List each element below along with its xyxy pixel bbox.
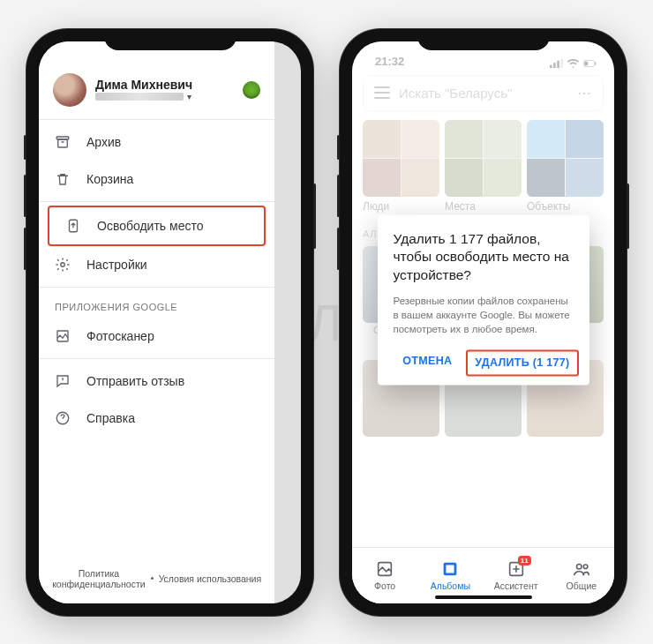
location-badge-icon[interactable] — [243, 81, 260, 99]
menu-free-up-space[interactable]: Освободить место — [49, 207, 264, 244]
nav-photos[interactable]: Фото — [352, 548, 417, 603]
help-icon — [55, 410, 71, 426]
menu-archive-label: Архив — [86, 135, 121, 149]
navigation-drawer: Дима Михневич ▾ Архив — [39, 41, 274, 603]
dialog-title: Удалить 1 177 файлов, чтобы освободить м… — [394, 230, 574, 286]
svg-point-3 — [61, 262, 65, 266]
phone-right: 21:32 Искать "Беларусь" ⋯ — [340, 29, 627, 616]
profile-row[interactable]: Дима Михневич ▾ — [39, 68, 274, 116]
shared-icon — [572, 559, 591, 579]
svg-rect-1 — [58, 139, 68, 147]
menu-archive[interactable]: Архив — [39, 124, 274, 161]
avatar — [53, 73, 86, 107]
svg-point-18 — [583, 565, 588, 569]
free-up-highlight: Освободить место — [48, 206, 266, 246]
menu-feedback[interactable]: Отправить отзыв — [39, 363, 274, 400]
svg-rect-15 — [447, 565, 454, 573]
menu-photoscan-label: Фотосканер — [86, 329, 154, 343]
menu-help-label: Справка — [86, 411, 135, 425]
assistant-badge: 11 — [518, 556, 531, 565]
nav-shared[interactable]: Общие — [549, 548, 614, 603]
privacy-link[interactable]: Политикаконфиденциальности — [52, 568, 146, 589]
menu-settings[interactable]: Настройки — [39, 246, 274, 283]
feedback-icon — [55, 373, 71, 389]
menu-trash-label: Корзина — [86, 172, 133, 186]
phone-left: Дима Михневич ▾ Архив — [26, 29, 313, 616]
menu-feedback-label: Отправить отзыв — [86, 374, 184, 388]
profile-name: Дима Михневич — [95, 78, 243, 92]
home-indicator[interactable] — [435, 595, 532, 599]
drawer-footer: Политикаконфиденциальности Условия испол… — [39, 559, 274, 603]
assistant-icon: 11 — [507, 559, 526, 579]
section-google-apps: ПРИЛОЖЕНИЯ GOOGLE — [39, 291, 274, 318]
menu-help[interactable]: Справка — [39, 400, 274, 437]
free-up-dialog: Удалить 1 177 файлов, чтобы освободить м… — [378, 214, 589, 385]
svg-point-17 — [576, 565, 582, 570]
menu-photoscan[interactable]: Фотосканер — [39, 318, 274, 355]
dialog-delete-button[interactable]: УДАЛИТЬ (1 177) — [466, 349, 578, 376]
chevron-down-icon[interactable]: ▾ — [187, 92, 191, 101]
dialog-cancel-button[interactable]: ОТМЕНА — [395, 349, 459, 376]
menu-free-up-label: Освободить место — [97, 219, 204, 233]
drawer-scrim[interactable] — [274, 41, 301, 603]
free-up-icon — [65, 218, 81, 234]
photos-icon — [375, 559, 394, 579]
archive-icon — [55, 134, 71, 150]
albums-icon — [440, 559, 460, 579]
menu-settings-label: Настройки — [86, 258, 147, 272]
dialog-body: Резервные копии файлов сохранены в вашем… — [394, 295, 574, 337]
terms-link[interactable]: Условия использования — [159, 573, 262, 584]
trash-icon — [55, 171, 71, 187]
gear-icon — [55, 257, 71, 273]
profile-email: ▾ — [95, 92, 243, 101]
photoscan-icon — [55, 328, 71, 344]
menu-trash[interactable]: Корзина — [39, 161, 274, 198]
